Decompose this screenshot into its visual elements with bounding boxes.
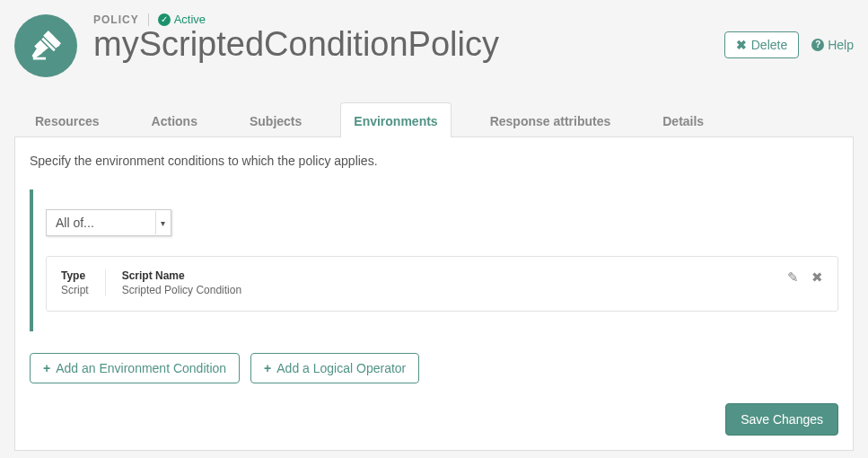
edit-icon[interactable] [787, 269, 799, 286]
column-divider [105, 269, 106, 296]
environments-panel: Specify the environment conditions to wh… [14, 137, 854, 451]
help-label: Help [828, 38, 854, 52]
status-label: Active [174, 13, 206, 26]
tab-environments[interactable]: Environments [340, 102, 451, 137]
policy-icon [14, 14, 77, 77]
save-changes-button[interactable]: Save Changes [725, 403, 838, 436]
add-logical-label: Add a Logical Operator [276, 361, 406, 375]
add-logical-operator-button[interactable]: + Add a Logical Operator [250, 353, 419, 383]
operator-value: All of... [56, 216, 94, 230]
remove-icon[interactable] [811, 269, 823, 286]
plus-icon: + [43, 361, 50, 375]
delete-label: Delete [751, 38, 787, 52]
help-icon: ? [811, 39, 824, 51]
tab-resources[interactable]: Resources [22, 102, 113, 137]
chevron-down-icon: ▾ [155, 211, 170, 234]
script-name-value: Scripted Policy Condition [122, 284, 241, 296]
script-name-header: Script Name [122, 269, 241, 282]
gavel-icon [31, 31, 61, 61]
tab-actions[interactable]: Actions [138, 102, 211, 137]
tab-subjects[interactable]: Subjects [236, 102, 315, 137]
add-env-label: Add an Environment Condition [56, 361, 226, 375]
policy-type-label: POLICY [93, 13, 139, 26]
panel-description: Specify the environment conditions to wh… [30, 154, 838, 168]
tab-details[interactable]: Details [649, 102, 717, 137]
type-value: Script [61, 284, 89, 296]
close-icon: ✖ [736, 38, 747, 52]
page-title: myScriptedConditionPolicy [93, 26, 499, 64]
type-header: Type [61, 269, 89, 282]
add-environment-condition-button[interactable]: + Add an Environment Condition [30, 353, 240, 383]
tab-response-attributes[interactable]: Response attributes [477, 102, 625, 137]
delete-button[interactable]: ✖ Delete [724, 31, 799, 58]
check-icon: ✓ [158, 13, 171, 26]
divider [148, 13, 149, 26]
operator-select[interactable]: All of... ▾ [46, 209, 171, 236]
help-link[interactable]: ? Help [811, 38, 854, 52]
condition-block: All of... ▾ Type Script Script Name Scri… [30, 189, 838, 331]
status-badge: ✓ Active [158, 13, 206, 26]
tab-bar: Resources Actions Subjects Environments … [14, 102, 854, 137]
plus-icon: + [264, 361, 271, 375]
script-condition-card: Type Script Script Name Scripted Policy … [46, 256, 838, 312]
